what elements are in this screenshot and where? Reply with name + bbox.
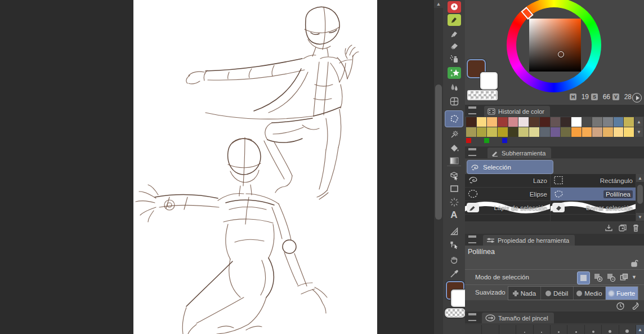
history-color-swatch[interactable] [477,117,487,127]
decoration-tool-button[interactable] [445,66,463,79]
auto-select-tool-button[interactable] [445,128,463,142]
wrench-icon[interactable] [630,301,639,310]
frame-tool-button[interactable] [445,182,463,195]
recent-color-marker[interactable] [484,138,489,143]
smoothing-option-fuerte[interactable]: Fuerte [606,287,638,300]
brush-size-cell[interactable] [585,325,602,334]
brush-size-cell[interactable] [482,325,499,334]
subtool-item-rect-ngulo[interactable]: Rectángulo [551,174,636,188]
sub-color-swatch-large[interactable] [480,72,498,90]
history-color-swatch[interactable] [540,127,550,137]
subtool-group-seleccion[interactable]: Selección [467,160,553,174]
history-color-swatch[interactable] [603,127,613,137]
brush-size-cell[interactable] [534,325,551,334]
subtool-item-borrar-selecci-n[interactable]: Borrar selección [551,201,636,215]
custom-red-tool-button[interactable] [445,0,463,14]
smoothing-option-dbil[interactable]: Débil [541,287,574,300]
panel-menu-icon[interactable] [468,148,476,156]
selection-area-tool-button[interactable] [445,110,463,127]
panel-menu-icon[interactable] [468,313,476,321]
fill-tool-button[interactable] [445,141,463,155]
saturation-value-square[interactable] [529,19,581,72]
history-color-swatch[interactable] [518,117,529,127]
subtool-item-l-piz-de-selecci-n[interactable]: Lápiz de selección [465,201,551,215]
history-color-swatch[interactable] [540,117,550,127]
brush-size-cell[interactable] [516,325,533,334]
airbrush-tool-button[interactable] [445,52,463,65]
smoothing-option-nada[interactable]: Nada [508,287,541,300]
history-color-swatch[interactable] [487,117,497,127]
transparent-color-swatch[interactable] [445,308,466,318]
history-color-swatch[interactable] [561,117,571,127]
saturated-lines-tool-button[interactable] [445,195,463,209]
history-color-swatch[interactable] [592,117,602,127]
subtool-scroll-thumb[interactable] [637,185,643,204]
brush-size-cell[interactable] [619,325,636,334]
brush-size-cell[interactable] [602,325,619,334]
history-color-swatch[interactable] [582,117,592,127]
history-color-swatch[interactable] [571,117,582,127]
subtool-item-partial[interactable] [551,215,636,221]
history-color-swatch[interactable] [561,127,571,137]
subtool-tab[interactable]: Subherramienta [488,148,551,158]
subtool-scroll-down-icon[interactable]: ▼ [636,213,644,221]
history-scroll-down-icon[interactable]: ▼ [635,127,643,137]
hand-tool-button[interactable] [445,253,463,266]
history-color-swatch[interactable] [592,127,602,137]
subtool-scrollbar[interactable]: ▲ ▼ [636,174,644,221]
panel-menu-icon[interactable] [468,106,476,114]
history-color-swatch[interactable] [466,117,476,127]
subtool-scroll-up-icon[interactable]: ▲ [636,174,644,182]
reset-defaults-icon[interactable] [616,301,625,310]
subtool-item-partial[interactable] [465,215,551,221]
history-scroll-up-icon[interactable]: ▲ [635,117,643,127]
scroll-up-icon[interactable]: ▲ [434,0,443,8]
delete-subtool-icon[interactable] [632,224,639,232]
marker-highlight-tool-button[interactable] [445,13,463,26]
recent-color-marker[interactable] [466,138,471,143]
history-color-swatch[interactable] [624,127,634,137]
scrollbar-thumb[interactable] [435,84,442,220]
smoothing-option-medio[interactable]: Medio [574,287,606,300]
history-color-swatch[interactable] [551,117,561,127]
text-tool-button[interactable]: A [445,208,463,222]
history-color-swatch[interactable] [508,117,518,127]
history-color-swatch[interactable] [614,117,624,127]
recent-color-marker[interactable] [502,138,507,143]
liquify-tool-button[interactable] [445,95,463,108]
selection-mode-new-button[interactable] [577,271,590,284]
brush-size-cell[interactable] [499,325,516,334]
history-color-swatch[interactable] [582,127,592,137]
brush-size-scroll-up-icon[interactable]: ▲ [636,325,644,334]
history-color-swatch[interactable] [477,127,487,137]
history-color-swatch[interactable] [498,127,508,137]
history-color-swatch[interactable] [518,127,529,137]
canvas-vertical-scrollbar[interactable]: ▲ [434,0,443,334]
history-color-swatch[interactable] [529,117,539,127]
subtool-item-polil-nea[interactable]: Polilínea [551,188,636,201]
import-subtool-icon[interactable] [605,224,613,232]
eyedropper-tool-button[interactable] [445,267,463,280]
history-color-swatch[interactable] [624,117,634,127]
history-color-swatch[interactable] [487,127,497,137]
history-color-swatch[interactable] [551,127,561,137]
subtool-item-lazo[interactable]: Lazo [465,174,551,188]
tool-property-tab[interactable]: Propiedad de herramienta [483,235,575,246]
operation-tool-button[interactable] [445,239,463,252]
sv-cursor[interactable] [558,51,564,57]
history-color-swatch[interactable] [508,127,518,137]
history-color-swatch[interactable] [603,117,613,127]
duplicate-subtool-icon[interactable] [618,224,627,232]
selection-mode-add-button[interactable] [592,271,604,283]
brush-size-cell[interactable] [465,325,482,334]
object-3d-tool-button[interactable] [445,169,463,182]
selection-mode-multiply-button[interactable] [618,271,630,283]
brush-size-tab[interactable]: Tamaño del pincel [482,313,554,323]
subtool-item-elipse[interactable]: Elipse [465,188,551,201]
color-slider-toggle-icon[interactable] [632,93,642,103]
history-color-swatch[interactable] [614,127,624,137]
history-color-swatch[interactable] [529,127,539,137]
history-color-swatch[interactable] [466,127,476,137]
color-history-tab[interactable]: Historial de color [484,106,550,117]
history-color-swatch[interactable] [571,127,582,137]
